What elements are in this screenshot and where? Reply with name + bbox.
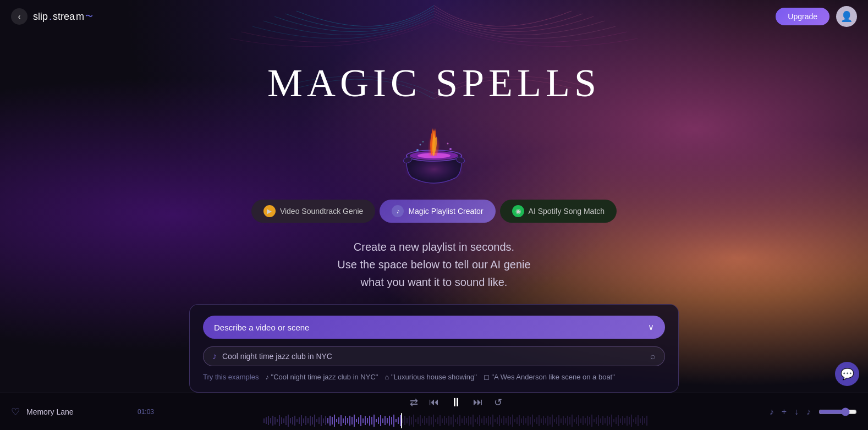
search-submit-button[interactable]: ⌕ [650, 351, 656, 361]
svg-rect-106 [470, 417, 471, 425]
example-item-2[interactable]: ⌂ "Luxurious house showing" [384, 373, 476, 381]
dropdown-label: Describe a video or scene [214, 323, 309, 332]
svg-rect-22 [285, 416, 287, 425]
svg-rect-18 [277, 419, 278, 422]
svg-rect-184 [642, 416, 643, 425]
svg-rect-57 [362, 418, 364, 423]
search-input[interactable] [222, 352, 645, 361]
back-button[interactable]: ‹ [11, 8, 28, 25]
svg-rect-99 [455, 419, 456, 422]
svg-rect-14 [268, 416, 269, 425]
svg-rect-130 [523, 416, 524, 425]
favorite-button[interactable]: ♡ [11, 406, 20, 418]
tabs-container: ▶ Video Soundtrack Genie ♪ Magic Playlis… [251, 200, 617, 223]
svg-point-7 [416, 149, 419, 151]
tab-ai-spotify[interactable]: ◉ AI Spotify Song Match [500, 200, 617, 223]
svg-rect-75 [402, 418, 403, 423]
svg-rect-33 [310, 416, 311, 426]
svg-rect-65 [380, 415, 381, 426]
svg-rect-45 [336, 419, 337, 422]
svg-rect-176 [624, 418, 625, 423]
next-button[interactable]: ⏭ [473, 396, 483, 408]
svg-rect-138 [541, 418, 542, 423]
svg-rect-79 [411, 417, 412, 425]
music-note-button[interactable]: ♪ [770, 407, 774, 417]
example-3-icon: ◻ [484, 373, 490, 381]
svg-rect-119 [499, 415, 500, 426]
examples-row: Try this examples ♪ "Cool night time jaz… [203, 373, 665, 381]
svg-rect-38 [321, 415, 322, 426]
svg-rect-19 [279, 415, 280, 426]
volume-button[interactable]: ♪ [806, 407, 811, 417]
repeat-button[interactable]: ↺ [494, 396, 502, 409]
svg-rect-42 [329, 416, 331, 426]
svg-rect-112 [484, 416, 485, 425]
svg-rect-131 [525, 418, 526, 423]
volume-slider[interactable] [818, 407, 857, 416]
svg-rect-78 [409, 416, 410, 426]
svg-rect-175 [622, 416, 623, 425]
hero-description: Create a new playlist in seconds. Use th… [337, 238, 530, 291]
player-right: ♪ + ↓ ♪ [758, 407, 857, 417]
svg-rect-70 [391, 417, 392, 425]
player-left: ♡ Memory Lane 01:03 [11, 406, 154, 418]
svg-point-11 [422, 141, 424, 142]
upgrade-button[interactable]: Upgrade [776, 8, 829, 25]
svg-rect-44 [334, 415, 335, 427]
svg-rect-133 [530, 417, 531, 425]
svg-rect-29 [301, 415, 302, 426]
svg-rect-17 [274, 417, 276, 425]
logo-stream: strea [53, 11, 75, 23]
svg-rect-83 [420, 415, 421, 426]
svg-rect-123 [508, 416, 509, 426]
svg-rect-180 [633, 419, 634, 422]
svg-rect-150 [567, 416, 568, 426]
shuffle-button[interactable]: ⇄ [410, 396, 418, 409]
svg-rect-170 [611, 415, 612, 427]
tab-video-soundtrack[interactable]: ▶ Video Soundtrack Genie [251, 200, 376, 223]
svg-rect-94 [444, 416, 445, 425]
svg-rect-139 [543, 416, 544, 425]
svg-rect-97 [451, 417, 452, 425]
svg-point-8 [420, 144, 421, 146]
svg-rect-53 [354, 415, 355, 427]
svg-rect-177 [627, 416, 628, 426]
svg-rect-121 [503, 416, 504, 425]
example-item-1[interactable]: ♪ "Cool night time jazz club in NYC" [265, 373, 378, 381]
svg-rect-108 [475, 419, 476, 422]
avatar-button[interactable]: 👤 [836, 6, 857, 27]
svg-rect-116 [492, 415, 493, 427]
tab-magic-playlist[interactable]: ♪ Magic Playlist Creator [380, 200, 495, 223]
svg-rect-146 [558, 415, 559, 426]
svg-rect-89 [433, 415, 434, 427]
page-title: MAGIC SPELLS [267, 60, 601, 106]
waveform[interactable]: // Can't use script in SVG directly, inl… [263, 413, 649, 428]
example-item-3[interactable]: ◻ "A Wes Anderson like scene on a boat" [484, 373, 615, 381]
play-pause-button[interactable]: ⏸ [450, 395, 462, 410]
svg-rect-155 [578, 415, 579, 426]
add-to-playlist-button[interactable]: + [782, 407, 787, 417]
svg-point-9 [449, 148, 452, 150]
track-name: Memory Lane [26, 407, 74, 416]
svg-rect-126 [514, 419, 515, 422]
cauldron-illustration [384, 101, 484, 189]
svg-rect-67 [384, 416, 386, 425]
svg-rect-93 [442, 418, 443, 423]
svg-rect-50 [347, 418, 348, 423]
chat-fab-button[interactable]: 💬 [835, 362, 859, 386]
example-2-icon: ⌂ [384, 373, 389, 381]
svg-rect-20 [281, 417, 282, 424]
svg-rect-27 [296, 419, 298, 422]
svg-rect-135 [534, 419, 535, 422]
download-button[interactable]: ↓ [794, 407, 799, 417]
previous-button[interactable]: ⏮ [429, 396, 439, 408]
svg-rect-51 [349, 416, 350, 426]
svg-rect-169 [609, 417, 610, 425]
svg-rect-36 [316, 419, 317, 422]
svg-rect-26 [294, 416, 295, 426]
svg-rect-168 [607, 416, 608, 426]
dropdown-button[interactable]: Describe a video or scene ∨ [203, 316, 665, 339]
svg-rect-21 [283, 418, 284, 423]
svg-rect-109 [477, 417, 478, 424]
svg-rect-153 [574, 419, 575, 422]
